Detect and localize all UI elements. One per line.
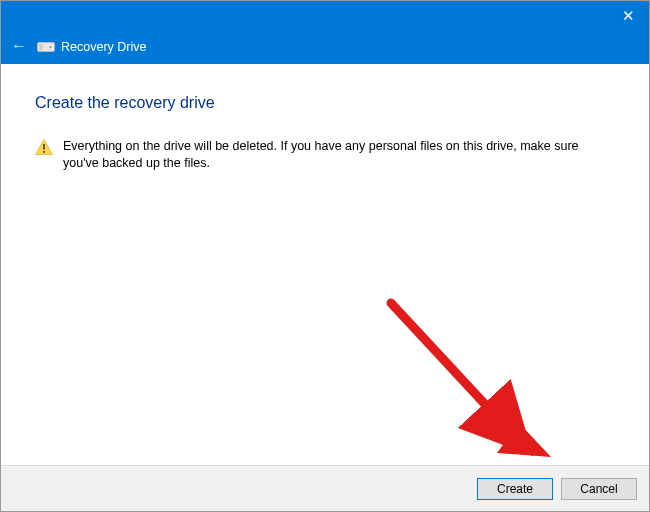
svg-rect-4 (43, 144, 45, 150)
warning-icon (35, 139, 53, 159)
warning-row: Everything on the drive will be deleted.… (35, 138, 595, 172)
svg-point-2 (50, 46, 52, 48)
wizard-client-area: Create the recovery drive Everything on … (1, 64, 649, 465)
warning-text: Everything on the drive will be deleted.… (63, 138, 595, 172)
close-icon[interactable]: ✕ (622, 8, 635, 23)
annotation-arrow-icon (371, 283, 621, 463)
svg-marker-8 (497, 423, 551, 457)
recovery-drive-wizard-window: ✕ ← Recovery Drive Create the recovery d… (0, 0, 650, 512)
svg-rect-1 (39, 44, 43, 50)
cancel-button[interactable]: Cancel (561, 478, 637, 500)
back-arrow-icon[interactable]: ← (11, 38, 27, 54)
drive-icon (37, 40, 55, 54)
svg-line-7 (391, 303, 521, 443)
page-title: Create the recovery drive (35, 94, 615, 112)
window-title: Recovery Drive (61, 40, 146, 54)
wizard-header: ← Recovery Drive (1, 30, 649, 64)
wizard-footer: Create Cancel (1, 465, 649, 511)
window-titlebar: ✕ (1, 1, 649, 30)
create-button[interactable]: Create (477, 478, 553, 500)
svg-rect-5 (43, 151, 45, 153)
